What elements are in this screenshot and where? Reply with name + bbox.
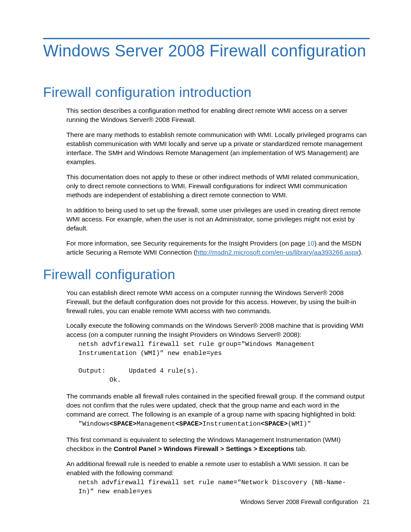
code2-seg1: "Windows [78, 420, 109, 428]
code-block-3: netsh advfirewall firewall set rule name… [78, 479, 370, 496]
msdn-link[interactable]: http://msdn2.microsoft.com/en-us/library… [196, 249, 359, 256]
intro-p5-pre: For more information, see Security requi… [66, 240, 307, 247]
config-body: You can establish direct remote WMI acce… [66, 289, 370, 497]
code2-seg4: (WMI)" [288, 420, 311, 428]
section-heading-intro: Firewall configuration introduction [43, 84, 370, 100]
config-p2: Locally execute the following commands o… [66, 321, 370, 339]
page-title: Windows Server 2008 Firewall configurati… [43, 42, 370, 60]
intro-p5-post: ). [359, 249, 363, 256]
intro-p3: This documentation does not apply to the… [66, 173, 370, 200]
section-heading-config: Firewall configuration [43, 267, 370, 283]
code2-bold2: <SPACE> [175, 420, 202, 428]
intro-p2: There are many methods to establish remo… [66, 131, 370, 167]
code2-bold3: <SPACE> [261, 420, 288, 428]
config-p3: The commands enable all firewall rules c… [66, 392, 370, 419]
code-block-1: netsh advfirewall firewall set rule grou… [78, 340, 370, 385]
top-rule [43, 38, 370, 39]
intro-p5: For more information, see Security requi… [66, 239, 370, 257]
config-p4: This first command is equivalent to sele… [66, 436, 370, 454]
code-block-2: "Windows<SPACE>Management<SPACE>Instrume… [78, 420, 370, 429]
page: Windows Server 2008 Firewall configurati… [0, 0, 411, 532]
intro-p1: This section describes a configuration m… [66, 106, 370, 124]
config-p1: You can establish direct remote WMI acce… [66, 289, 370, 316]
page-footer: Windows Server 2008 Firewall configurati… [240, 498, 370, 505]
config-p4-bold: Control Panel > Windows Firewall > Setti… [114, 445, 294, 452]
config-p5: An additional firewall rule is needed to… [66, 460, 370, 478]
intro-body: This section describes a configuration m… [66, 106, 370, 257]
config-p4-post: tab. [294, 445, 307, 452]
footer-label: Windows Server 2008 Firewall configurati… [240, 498, 358, 505]
page-ref-link[interactable]: 10 [307, 240, 314, 247]
footer-page-number: 21 [363, 498, 370, 505]
code2-seg2: Management [137, 420, 175, 428]
code2-seg3: Instrumentation [202, 420, 261, 428]
intro-p4: In addition to being used to set up the … [66, 206, 370, 233]
code2-bold1: <SPACE> [109, 420, 137, 428]
